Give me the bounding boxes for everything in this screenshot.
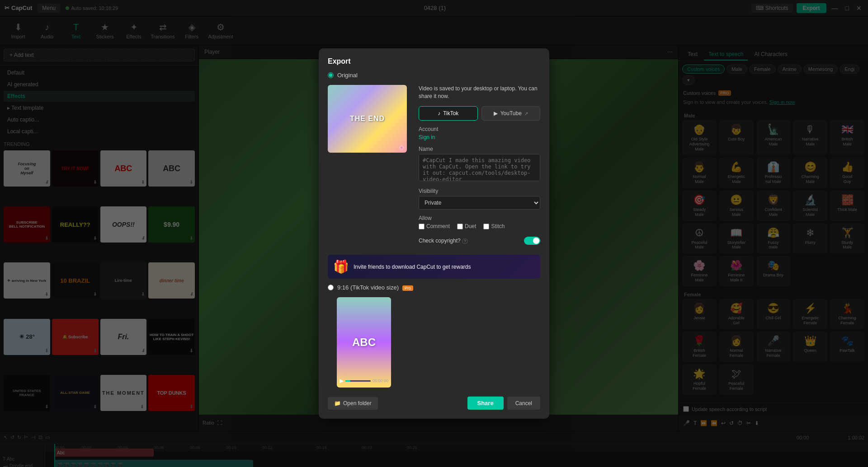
- pro-badge-tiktok: Pro: [402, 285, 413, 291]
- original-option: Original: [328, 72, 540, 79]
- success-info: Video is saved to your desktop or laptop…: [419, 85, 540, 250]
- tiktok-preview-text: ABC: [352, 336, 376, 349]
- tiktok-option: 9:16 (TikTok video size) Pro: [328, 284, 540, 291]
- youtube-tab[interactable]: ▶ YouTube ↗: [481, 106, 541, 121]
- share-tabs: ♪ TikTok ▶ YouTube ↗: [419, 106, 540, 121]
- copyright-row: Check copyright? ?: [419, 237, 540, 245]
- name-input[interactable]: [419, 154, 540, 181]
- footer-right-btns: Share Cancel: [467, 397, 541, 410]
- copyright-label: Check copyright? ?: [419, 238, 468, 244]
- modal-footer: 📁 Open folder Share Cancel: [328, 397, 540, 410]
- modal-overlay[interactable]: Export Original THE END 🌸 Video is saved…: [0, 0, 868, 467]
- copyright-toggle[interactable]: [524, 237, 540, 245]
- progress-fill: [345, 380, 350, 382]
- youtube-icon: ▶: [494, 110, 498, 117]
- time-display: 00:00:00: [373, 378, 388, 383]
- tiktok-tab[interactable]: ♪ TikTok: [419, 106, 478, 121]
- promo-text: Invite friends to download CapCut to get…: [354, 264, 471, 270]
- preview-flower: 🌸: [399, 145, 404, 150]
- original-radio[interactable]: [328, 72, 334, 78]
- success-message: Video is saved to your desktop or laptop…: [419, 85, 540, 100]
- allow-label: Allow: [419, 215, 540, 221]
- stitch-checkbox[interactable]: [483, 224, 489, 229]
- open-folder-button[interactable]: 📁 Open folder: [328, 397, 378, 410]
- folder-icon: 📁: [334, 400, 341, 406]
- allow-duet[interactable]: Duet: [457, 223, 476, 229]
- cancel-button[interactable]: Cancel: [507, 397, 540, 410]
- comment-checkbox[interactable]: [419, 224, 425, 229]
- export-modal: Export Original THE END 🌸 Video is saved…: [319, 48, 549, 419]
- tiktok-size-label: 9:16 (TikTok video size) Pro: [337, 284, 413, 291]
- original-label: Original: [337, 72, 358, 79]
- progress-bar[interactable]: [345, 380, 371, 382]
- tiktok-radio[interactable]: [328, 285, 334, 290]
- export-title: Export: [328, 57, 540, 65]
- promo-banner: 🎁 Invite friends to download CapCut to g…: [328, 255, 540, 279]
- tiktok-icon: ♪: [438, 110, 440, 117]
- account-label: Account: [419, 126, 540, 132]
- copyright-help-icon: ?: [462, 238, 468, 244]
- visibility-group: Visibility Private Public Friends: [419, 188, 540, 210]
- allow-group: Allow Comment Duet Stitch: [419, 215, 540, 231]
- tiktok-play-row: ▶ 00:00:00: [340, 378, 388, 384]
- tiktok-preview: ABC ▶ 00:00:00: [337, 297, 391, 388]
- sign-in-account-link[interactable]: Sign in: [419, 134, 435, 140]
- share-button[interactable]: Share: [467, 397, 504, 410]
- account-group: Account Sign in: [419, 126, 540, 140]
- allow-stitch[interactable]: Stitch: [483, 223, 505, 229]
- tiktok-preview-row: ABC ▶ 00:00:00: [328, 297, 540, 392]
- preview-text: THE END: [350, 115, 385, 123]
- promo-icon: 🎁: [333, 259, 349, 274]
- play-button[interactable]: ▶: [340, 378, 344, 384]
- duet-checkbox[interactable]: [457, 224, 463, 229]
- success-row: THE END 🌸 Video is saved to your desktop…: [328, 85, 540, 250]
- name-label: Name: [419, 146, 540, 152]
- external-link-icon: ↗: [524, 111, 528, 116]
- allow-options: Comment Duet Stitch: [419, 223, 540, 231]
- visibility-label: Visibility: [419, 188, 540, 194]
- visibility-select[interactable]: Private Public Friends: [419, 196, 540, 210]
- name-group: Name: [419, 146, 540, 182]
- video-preview: THE END 🌸: [328, 85, 407, 153]
- allow-comment[interactable]: Comment: [419, 223, 450, 229]
